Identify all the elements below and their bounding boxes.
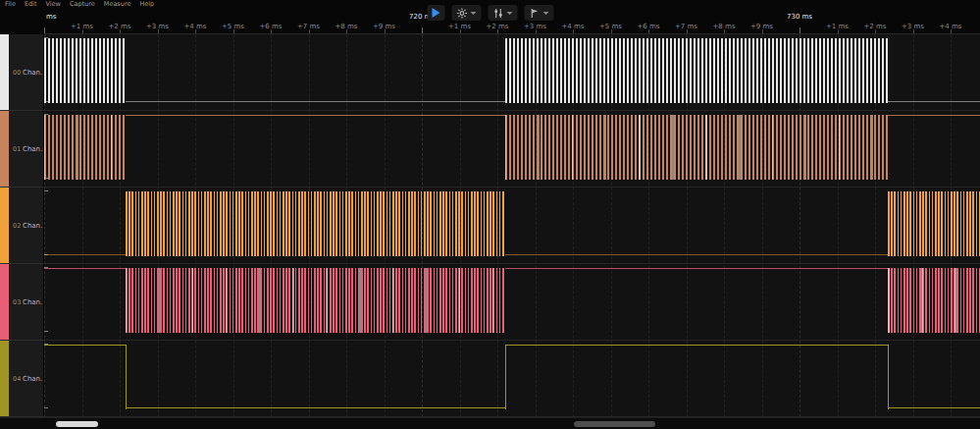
channel-label: Chan… [23, 298, 43, 306]
device-settings-button[interactable] [451, 5, 481, 21]
menu-item-edit[interactable]: Edit [25, 0, 37, 8]
channel-color-chip [0, 34, 9, 110]
toolbar [427, 5, 553, 21]
channel-header-03[interactable]: 03Chan… [0, 264, 44, 341]
idle-level-line [888, 115, 980, 116]
channel-header-02[interactable]: 02Chan… [0, 188, 44, 264]
pulse-burst [505, 38, 889, 103]
channel-color-chip [0, 264, 9, 340]
square-edge [126, 345, 127, 409]
menu-item-file[interactable]: File [5, 0, 16, 8]
scrollbar-thumb[interactable] [56, 421, 98, 427]
square-edge [888, 345, 889, 409]
idle-level-line [126, 115, 505, 116]
gear-icon [456, 8, 467, 19]
idle-level-line [44, 268, 126, 269]
channel-label: Chan… [23, 375, 43, 383]
channel-waveform-04[interactable] [44, 341, 980, 417]
flag-icon [529, 8, 540, 19]
measure-button[interactable] [488, 5, 517, 21]
start-capture-button[interactable] [427, 5, 444, 21]
tick-mark [422, 27, 423, 34]
channel-color-chip [0, 341, 9, 416]
sliders-icon [492, 8, 503, 19]
waveform-area[interactable] [44, 34, 980, 417]
chevron-down-icon [506, 12, 512, 15]
square-segment [126, 407, 505, 408]
channel-label: Chan… [23, 145, 43, 153]
channel-number: 00 [13, 69, 21, 77]
annotations-button[interactable] [524, 5, 553, 21]
square-segment [505, 345, 889, 346]
chevron-down-icon [470, 12, 476, 15]
pulse-burst [44, 38, 126, 103]
pulse-burst [888, 191, 980, 256]
time-label: ms [46, 13, 56, 21]
channel-waveform-00[interactable] [44, 34, 980, 111]
idle-level-line [888, 101, 980, 102]
pulse-burst [44, 115, 126, 180]
channel-label: Chan… [23, 222, 43, 230]
channel-header-00[interactable]: 00Chan… [0, 34, 44, 111]
square-segment [44, 345, 126, 346]
time-label: 730 ms [787, 13, 812, 21]
pulse-burst [126, 268, 505, 333]
square-segment [888, 407, 980, 408]
square-edge [505, 345, 506, 409]
channel-color-chip [0, 111, 9, 187]
channel-number: 04 [13, 375, 21, 383]
horizontal-scrollbar[interactable] [0, 417, 980, 429]
pulse-burst [888, 268, 980, 333]
chevron-down-icon [542, 12, 548, 15]
channel-color-chip [0, 188, 9, 263]
pulse-burst [505, 115, 889, 180]
level-tick-low [44, 331, 48, 332]
channel-header-04[interactable]: 04Chan… [0, 341, 44, 417]
channel-waveform-02[interactable] [44, 188, 980, 264]
channel-number: 01 [13, 145, 21, 153]
pulse-burst [126, 191, 505, 256]
channel-number: 03 [13, 298, 21, 306]
channel-number: 02 [13, 222, 21, 230]
waveform-rows [44, 34, 980, 417]
idle-level-line [505, 254, 889, 255]
channel-header-01[interactable]: 01Chan… [0, 111, 44, 188]
play-icon [432, 8, 439, 18]
scrollbar-segment[interactable] [574, 421, 655, 427]
channel-waveform-01[interactable] [44, 111, 980, 188]
tick-mark [44, 27, 45, 34]
channel-sidebar: 00Chan…01Chan…02Chan…03Chan…04Chan… [0, 34, 44, 417]
idle-level-line [505, 268, 889, 269]
tick-mark [799, 27, 800, 34]
logic-analyzer-app: FileEditViewCaptureMeasureHelp ms+1 ms+2… [0, 0, 980, 429]
idle-level-line [126, 101, 505, 102]
level-tick-low [44, 407, 48, 408]
channel-waveform-03[interactable] [44, 264, 980, 341]
idle-level-line [44, 254, 126, 255]
header: FileEditViewCaptureMeasureHelp ms+1 ms+2… [0, 0, 980, 34]
channel-label: Chan… [23, 69, 43, 77]
level-tick-high [44, 190, 48, 191]
